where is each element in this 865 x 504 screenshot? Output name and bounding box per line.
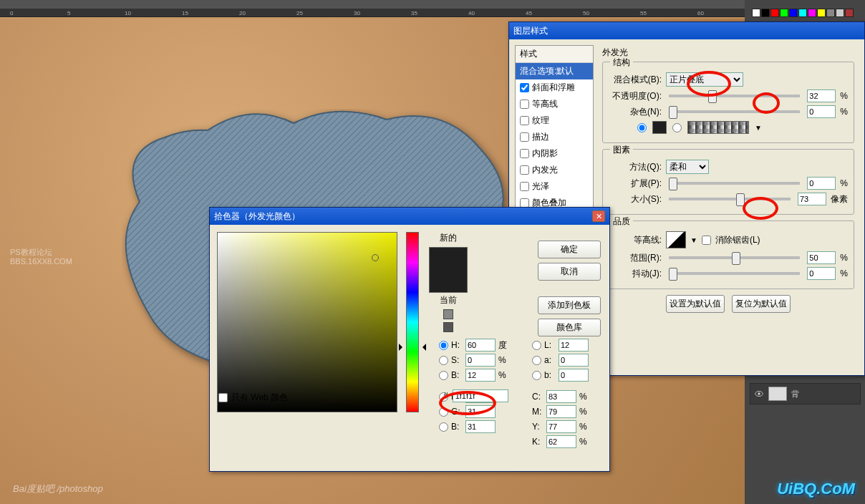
hex-input[interactable]	[453, 389, 508, 402]
h-input[interactable]	[465, 339, 496, 352]
blend-mode-select[interactable]: 正片叠底	[666, 72, 743, 87]
glow-gradient-preview[interactable]	[687, 121, 749, 134]
cancel-button[interactable]: 取消	[538, 263, 601, 281]
c-input[interactable]	[546, 390, 576, 403]
k-input[interactable]	[546, 435, 576, 448]
stroke-checkbox[interactable]	[520, 132, 529, 142]
elements-group: 图素 方法(Q): 柔和 扩展(P): % 大小(S): 像素	[602, 149, 854, 215]
jitter-slider[interactable]	[669, 272, 800, 275]
g-radio[interactable]	[439, 407, 448, 417]
swatch[interactable]	[789, 9, 798, 17]
l-radio[interactable]	[532, 341, 541, 350]
contour-thumbnail[interactable]	[666, 231, 686, 248]
blend-mode-label: 混合模式(B):	[609, 74, 662, 86]
swatch[interactable]	[817, 9, 826, 17]
hue-slider[interactable]	[406, 232, 419, 412]
b2-radio[interactable]	[439, 422, 448, 432]
swatch[interactable]	[761, 9, 770, 17]
s-radio[interactable]	[439, 356, 448, 365]
inner-glow-checkbox[interactable]	[520, 165, 529, 175]
spread-input[interactable]	[807, 177, 836, 190]
color-field[interactable]	[217, 232, 397, 412]
reset-default-button[interactable]: 复位为默认值	[732, 295, 791, 313]
web-only-checkbox[interactable]	[218, 393, 228, 402]
noise-slider[interactable]	[669, 110, 800, 113]
ruler-tick: 25	[296, 10, 303, 16]
color-picker-titlebar[interactable]: 拾色器（外发光颜色） ✕	[210, 208, 609, 225]
layer-label: 背	[791, 389, 799, 399]
cube-icon[interactable]	[443, 322, 453, 332]
range-slider[interactable]	[669, 256, 800, 259]
structure-legend: 结构	[610, 57, 633, 69]
blending-options-item[interactable]: 混合选项:默认	[516, 63, 593, 79]
noise-input[interactable]	[807, 105, 836, 118]
style-item-inner-glow[interactable]: 内发光	[516, 162, 593, 178]
swatch[interactable]	[826, 9, 835, 17]
swatch[interactable]	[808, 9, 816, 17]
jitter-input[interactable]	[807, 267, 836, 280]
texture-checkbox[interactable]	[520, 116, 529, 125]
a-input[interactable]	[559, 354, 589, 367]
jitter-label: 抖动(J):	[609, 268, 662, 280]
style-item-texture[interactable]: 纹理	[516, 112, 593, 129]
g-input[interactable]	[465, 405, 496, 418]
satin-checkbox[interactable]	[520, 182, 529, 191]
make-default-button[interactable]: 设置为默认值	[666, 295, 725, 313]
ruler-tick: 50	[583, 10, 589, 16]
opacity-input[interactable]	[807, 89, 836, 102]
color-libraries-button[interactable]: 颜色库	[538, 319, 601, 336]
swatch[interactable]	[836, 9, 844, 17]
swatch[interactable]	[770, 9, 779, 17]
spread-label: 扩展(P):	[609, 178, 662, 190]
swatch[interactable]	[798, 9, 807, 17]
style-item-stroke[interactable]: 描边	[516, 129, 593, 145]
y-input[interactable]	[546, 420, 576, 433]
visibility-icon[interactable]	[754, 389, 764, 399]
layer-thumbnail	[768, 387, 787, 401]
spread-slider[interactable]	[669, 182, 800, 185]
close-icon[interactable]: ✕	[592, 210, 605, 222]
glow-gradient-radio[interactable]	[672, 123, 682, 132]
opacity-label: 不透明度(O):	[609, 90, 662, 102]
swatch[interactable]	[780, 9, 788, 17]
glow-color-swatch[interactable]	[652, 121, 667, 134]
style-item-bevel[interactable]: 斜面和浮雕	[516, 79, 593, 96]
l-input[interactable]	[559, 339, 589, 352]
ok-button[interactable]: 确定	[538, 241, 601, 258]
anti-alias-checkbox[interactable]	[702, 236, 711, 245]
chevron-down-icon[interactable]: ▼	[690, 236, 697, 244]
chevron-down-icon[interactable]: ▼	[755, 124, 762, 132]
method-select[interactable]: 柔和	[666, 160, 709, 174]
color-picker-dialog[interactable]: 拾色器（外发光颜色） ✕ 新的 当前 确定 取消 添加到色板 颜色库 H:度 S…	[209, 207, 610, 472]
swatch[interactable]	[845, 9, 854, 17]
glow-color-radio[interactable]	[637, 123, 647, 132]
style-item-satin[interactable]: 光泽	[516, 178, 593, 195]
range-input[interactable]	[807, 251, 836, 264]
cube-icon[interactable]	[443, 309, 453, 319]
a-radio[interactable]	[532, 356, 541, 365]
b2-input[interactable]	[465, 420, 496, 433]
lab-b-radio[interactable]	[532, 371, 541, 380]
ruler-tick: 15	[182, 10, 188, 16]
b-radio[interactable]	[439, 371, 448, 380]
lab-b-input[interactable]	[559, 369, 589, 382]
h-radio[interactable]	[439, 341, 448, 350]
opacity-slider[interactable]	[669, 94, 800, 97]
size-input[interactable]	[798, 193, 826, 205]
b-input[interactable]	[465, 369, 496, 382]
swatch[interactable]	[752, 9, 760, 17]
add-swatch-button[interactable]: 添加到色板	[538, 296, 601, 314]
s-input[interactable]	[465, 354, 496, 367]
m-input[interactable]	[546, 405, 576, 418]
size-slider[interactable]	[669, 198, 791, 200]
quality-group: 品质 等高线: ▼ 消除锯齿(L) 范围(R): % 抖动(J):	[602, 220, 854, 289]
structure-group: 结构 混合模式(B): 正片叠底 不透明度(O): % 杂色(N): %	[602, 62, 854, 143]
layers-row[interactable]: 背	[750, 383, 861, 404]
watermark-uibq: UiBQ.CoM	[777, 480, 855, 498]
layer-style-titlebar[interactable]: 图层样式	[509, 22, 864, 39]
bevel-checkbox[interactable]	[520, 83, 529, 92]
style-item-contour[interactable]: 等高线	[516, 96, 593, 112]
inner-shadow-checkbox[interactable]	[520, 149, 529, 158]
style-item-inner-shadow[interactable]: 内阴影	[516, 145, 593, 162]
contour-checkbox[interactable]	[520, 100, 529, 109]
